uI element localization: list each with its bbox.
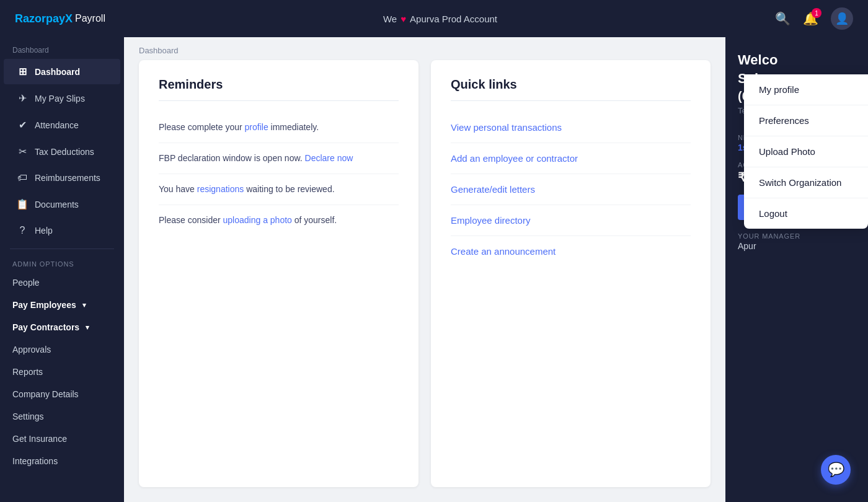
manager-name: Apur xyxy=(738,241,856,251)
sidebar-item-label-reimburse: Reimbursements xyxy=(35,173,100,183)
reminders-title: Reminders xyxy=(159,77,399,92)
sidebar-item-attendance[interactable]: ✔ Attendance xyxy=(4,112,120,138)
admin-item-reports[interactable]: Reports xyxy=(0,361,124,383)
admin-item-settings[interactable]: Settings xyxy=(0,405,124,428)
quick-link-add-employee[interactable]: Add an employee or contractor xyxy=(451,143,691,174)
sidebar-item-dashboard[interactable]: ⊞ Dashboard xyxy=(4,59,120,84)
preferences-menu-item[interactable]: Preferences xyxy=(744,105,868,136)
pay-employees-label: Pay Employees xyxy=(12,300,76,310)
reminder-text-after-4: of yourself. xyxy=(292,215,337,225)
declare-now-link[interactable]: Declare now xyxy=(305,153,353,163)
welcome-prefix: Welco xyxy=(738,52,856,68)
logo: RazorpayX Payroll xyxy=(15,12,105,25)
upload-photo-link[interactable]: uploading a photo xyxy=(223,215,292,225)
notification-icon[interactable]: 🔔 1 xyxy=(803,11,818,26)
reminder-text-before-2: FBP declaration window is open now. xyxy=(159,153,305,163)
resignations-link[interactable]: resignations xyxy=(197,184,244,194)
user-avatar[interactable]: 👤 xyxy=(831,7,853,30)
reminder-fbp-declaration: FBP declaration window is open now. Decl… xyxy=(159,143,399,174)
cards-row: Reminders Please complete your profile i… xyxy=(124,60,725,502)
logout-menu-item[interactable]: Logout xyxy=(744,198,868,229)
admin-item-pay-contractors[interactable]: Pay Contractors ▾ xyxy=(0,316,124,338)
quick-links-divider xyxy=(451,100,691,101)
my-profile-menu-item[interactable]: My profile xyxy=(744,74,868,105)
search-icon[interactable]: 🔍 xyxy=(775,11,790,26)
logo-payroll: Payroll xyxy=(75,13,105,24)
dashboard-icon: ⊞ xyxy=(16,66,29,77)
sidebar-item-payslips[interactable]: ✈ My Pay Slips xyxy=(4,86,120,111)
main-content: Dashboard Reminders Please complete your… xyxy=(124,37,725,502)
quick-links-card: Quick links View personal transactions A… xyxy=(431,60,711,487)
profile-link[interactable]: profile xyxy=(245,122,268,132)
heart-icon: ♥ xyxy=(401,14,406,24)
attendance-icon: ✔ xyxy=(16,119,29,131)
topbar: RazorpayX Payroll We ♥ Apurva Prod Accou… xyxy=(0,0,868,37)
tax-icon: ✂ xyxy=(16,146,29,157)
chevron-down-icon: ▾ xyxy=(82,301,86,309)
quick-link-generate-letters[interactable]: Generate/edit letters xyxy=(451,174,691,205)
reminders-divider xyxy=(159,100,399,101)
documents-icon: 📋 xyxy=(16,198,29,210)
reminder-complete-profile: Please complete your profile immediately… xyxy=(159,112,399,143)
logo-razorpay: RazorpayX xyxy=(15,12,73,25)
sidebar: Dashboard ⊞ Dashboard ✈ My Pay Slips ✔ A… xyxy=(0,37,124,502)
topbar-right: 🔍 🔔 1 👤 xyxy=(775,7,853,30)
admin-item-integrations[interactable]: Integrations xyxy=(0,450,124,472)
chat-button[interactable]: 💬 xyxy=(821,455,851,485)
reminder-text-before-4: Please consider xyxy=(159,215,223,225)
admin-item-approvals[interactable]: Approvals xyxy=(0,338,124,361)
your-manager-label: YOUR MANAGER xyxy=(738,232,856,240)
quick-links-title: Quick links xyxy=(451,77,691,92)
sidebar-item-label-help: Help xyxy=(35,226,53,236)
quick-link-employee-directory[interactable]: Employee directory xyxy=(451,205,691,236)
sidebar-item-label-payslips: My Pay Slips xyxy=(35,94,85,103)
sidebar-item-tax-deductions[interactable]: ✂ Tax Deductions xyxy=(4,139,120,164)
reminder-text-before-1: Please complete your xyxy=(159,122,245,132)
reminder-text-after-3: waiting to be reviewed. xyxy=(244,184,334,194)
admin-item-pay-employees[interactable]: Pay Employees ▾ xyxy=(0,294,124,316)
admin-options-label: ADMIN OPTIONS xyxy=(0,254,124,271)
admin-item-get-insurance[interactable]: Get Insurance xyxy=(0,428,124,450)
upload-photo-menu-item[interactable]: Upload Photo xyxy=(744,136,868,167)
sidebar-item-label-attendance: Attendance xyxy=(35,120,79,130)
sidebar-item-label-tax: Tax Deductions xyxy=(35,147,94,157)
account-name: Apurva Prod Account xyxy=(410,14,497,24)
payslips-icon: ✈ xyxy=(16,92,29,104)
reminder-upload-photo: Please consider uploading a photo of you… xyxy=(159,205,399,236)
breadcrumb: Dashboard xyxy=(124,37,725,60)
sidebar-item-reimbursements[interactable]: 🏷 Reimbursements xyxy=(4,165,120,190)
reminder-text-after-1: immediately. xyxy=(268,122,319,132)
reimburse-icon: 🏷 xyxy=(16,172,29,183)
sidebar-item-label-documents: Documents xyxy=(35,200,79,209)
account-greeting: We ♥ Apurva Prod Account xyxy=(383,14,497,24)
quick-link-personal-transactions[interactable]: View personal transactions xyxy=(451,112,691,143)
layout: Dashboard ⊞ Dashboard ✈ My Pay Slips ✔ A… xyxy=(0,37,868,502)
pay-contractors-label: Pay Contractors xyxy=(12,322,79,332)
sidebar-breadcrumb: Dashboard xyxy=(0,37,124,58)
admin-item-people[interactable]: People xyxy=(0,271,124,294)
sidebar-item-help[interactable]: ? Help xyxy=(4,218,120,243)
reminder-resignations: You have resignations waiting to be revi… xyxy=(159,174,399,205)
help-icon: ? xyxy=(16,225,29,236)
quick-link-create-announcement[interactable]: Create an announcement xyxy=(451,236,691,266)
sidebar-item-label-dashboard: Dashboard xyxy=(35,67,80,77)
sidebar-item-documents[interactable]: 📋 Documents xyxy=(4,192,120,217)
reminder-text-before-3: You have xyxy=(159,184,197,194)
admin-item-company-details[interactable]: Company Details xyxy=(0,383,124,405)
switch-org-menu-item[interactable]: Switch Organization xyxy=(744,167,868,198)
notification-badge: 1 xyxy=(812,8,822,18)
reminders-card: Reminders Please complete your profile i… xyxy=(139,60,418,487)
greeting-we: We xyxy=(383,14,397,24)
chevron-down-icon-2: ▾ xyxy=(86,324,89,332)
sidebar-divider xyxy=(10,249,114,249)
logo-text: RazorpayX Payroll xyxy=(15,12,105,25)
user-dropdown-menu: My profile Preferences Upload Photo Swit… xyxy=(744,74,868,229)
